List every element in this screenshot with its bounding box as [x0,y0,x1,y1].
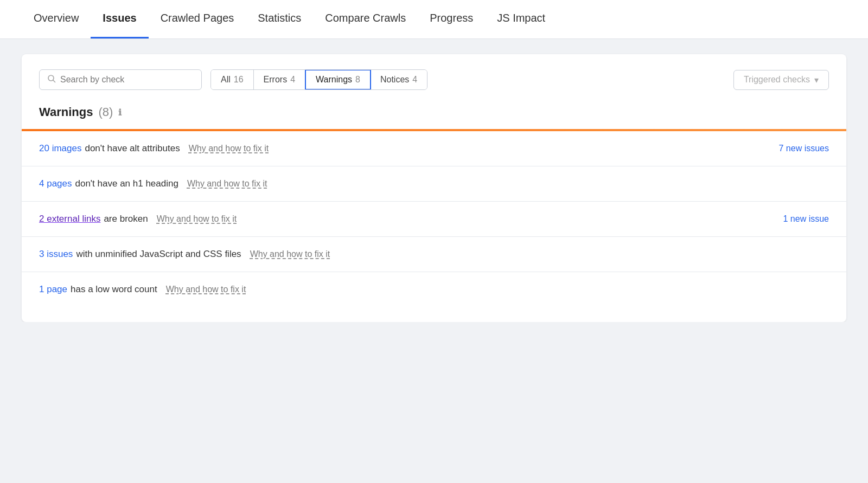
filter-warnings-label: Warnings [316,75,352,85]
filter-all-label: All [221,75,231,85]
filter-tab-errors[interactable]: Errors 4 [254,70,305,89]
issue-link-broken-links[interactable]: 2 external links [39,214,100,224]
filter-tab-notices[interactable]: Notices 4 [371,70,427,89]
warnings-count: (8) [98,105,113,119]
top-navigation: Overview Issues Crawled Pages Statistics… [0,0,868,39]
issue-rest-word-count: has a low word count [71,284,157,295]
warnings-title-text: Warnings [39,105,93,119]
chevron-down-icon: ▾ [814,75,819,85]
new-issues-badge-images-alt: 7 new issues [768,144,829,153]
issue-text-unminified: 3 issues with unminified JavaScript and … [39,249,812,260]
issue-link-unminified[interactable]: 3 issues [39,249,73,260]
nav-item-crawled-pages[interactable]: Crawled Pages [149,0,246,38]
nav-item-overview[interactable]: Overview [22,0,91,38]
filter-tab-warnings[interactable]: Warnings 8 [305,69,371,90]
triggered-checks-button[interactable]: Triggered checks ▾ [733,70,829,90]
issue-rest-unminified: with unminified JavaScript and CSS files [76,249,241,260]
issue-rest-broken-links: are broken [104,214,148,224]
section-title: Warnings (8) ℹ [39,105,829,119]
nav-item-statistics[interactable]: Statistics [246,0,313,38]
issues-card: All 16 Errors 4 Warnings 8 Notices 4 [22,54,846,322]
issue-rest-images-alt: don't have alt attributes [85,143,180,154]
issue-link-h1-heading[interactable]: 4 pages [39,178,72,189]
search-box[interactable] [39,69,202,90]
filter-warnings-count: 8 [355,75,360,85]
issue-text-broken-links: 2 external links are broken Why and how … [39,214,766,224]
filter-tabs: All 16 Errors 4 Warnings 8 Notices 4 [210,69,427,90]
filter-notices-label: Notices [380,75,409,85]
main-content: All 16 Errors 4 Warnings 8 Notices 4 [0,39,868,322]
filter-notices-count: 4 [412,75,417,85]
filter-tab-all[interactable]: All 16 [211,70,254,89]
svg-line-1 [53,80,55,82]
nav-item-js-impact[interactable]: JS Impact [485,0,557,38]
why-fix-link-images-alt[interactable]: Why and how to fix it [189,144,269,153]
why-fix-link-word-count[interactable]: Why and how to fix it [166,285,246,294]
why-fix-link-unminified[interactable]: Why and how to fix it [250,249,330,259]
search-input[interactable] [60,75,194,85]
filter-row: All 16 Errors 4 Warnings 8 Notices 4 [39,69,829,90]
issue-rest-h1-heading: don't have an h1 heading [75,178,178,189]
filter-errors-count: 4 [290,75,295,85]
issue-row-h1-heading[interactable]: 4 pages don't have an h1 heading Why and… [22,166,846,202]
issue-link-images-alt[interactable]: 20 images [39,143,81,154]
issue-row-images-alt[interactable]: 20 images don't have alt attributes Why … [22,131,846,166]
issue-text-word-count: 1 page has a low word count Why and how … [39,284,812,295]
info-icon[interactable]: ℹ [118,107,122,118]
nav-item-issues[interactable]: Issues [91,0,148,38]
triggered-checks-label: Triggered checks [744,75,810,85]
filter-errors-label: Errors [264,75,288,85]
issues-list: 20 images don't have alt attributes Why … [22,131,846,307]
filter-all-count: 16 [234,75,244,85]
issue-row-unminified[interactable]: 3 issues with unminified JavaScript and … [22,237,846,272]
issue-text-images-alt: 20 images don't have alt attributes Why … [39,143,762,154]
search-icon [47,74,56,85]
issue-row-word-count[interactable]: 1 page has a low word count Why and how … [22,272,846,307]
issue-row-broken-links[interactable]: 2 external links are broken Why and how … [22,202,846,237]
nav-item-progress[interactable]: Progress [418,0,485,38]
nav-item-compare-crawls[interactable]: Compare Crawls [313,0,418,38]
issue-text-h1-heading: 4 pages don't have an h1 heading Why and… [39,178,812,189]
why-fix-link-h1-heading[interactable]: Why and how to fix it [187,179,267,189]
why-fix-link-broken-links[interactable]: Why and how to fix it [157,214,237,224]
new-issues-badge-broken-links: 1 new issue [773,214,829,224]
issue-link-word-count[interactable]: 1 page [39,284,67,295]
